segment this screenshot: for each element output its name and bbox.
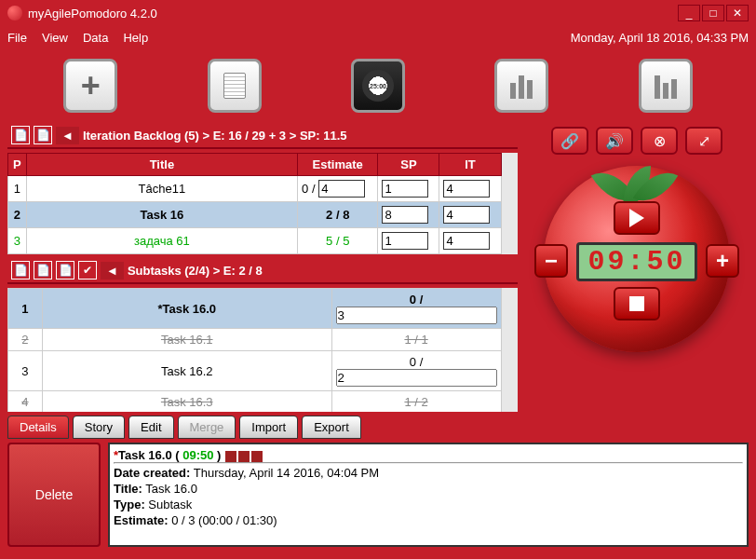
backlog-header-row: P Title Estimate SP IT <box>8 154 502 176</box>
bar-chart-icon <box>655 73 677 99</box>
list-button[interactable] <box>208 59 262 113</box>
bar-chart-icon <box>510 73 533 99</box>
timer-display: 09:50 <box>576 242 697 281</box>
subtasks-header-text: Subtasks (2/4) > E: 2 / 8 <box>128 264 263 278</box>
menu-data[interactable]: Data <box>83 31 108 45</box>
it-input[interactable] <box>443 180 490 198</box>
plus-button[interactable]: + <box>706 244 739 278</box>
timer-button[interactable] <box>351 59 405 113</box>
check-icon[interactable]: ✔ <box>78 261 97 280</box>
titlebar: myAgilePomodoro 4.2.0 _ □ ✕ <box>0 0 756 26</box>
subtasks-scrollbar[interactable] <box>502 288 518 412</box>
col-estimate[interactable]: Estimate <box>298 154 378 176</box>
timer-icon <box>362 70 394 102</box>
new-doc-icon[interactable]: 📄 <box>11 261 30 280</box>
details-title: *Task 16.0 ( 09:50 ) <box>114 448 743 462</box>
details-panel: *Task 16.0 ( 09:50 ) Date created: Thurs… <box>108 443 749 547</box>
expand-button[interactable]: ⤢ <box>685 127 722 155</box>
estimate-input[interactable] <box>336 369 497 387</box>
pomodoro-timer: − 09:50 + <box>544 166 730 352</box>
estimate-input[interactable] <box>336 307 497 324</box>
sp-input[interactable] <box>382 206 428 224</box>
minus-button[interactable]: − <box>534 244 568 278</box>
chart1-button[interactable] <box>494 59 548 113</box>
backlog-header-text: Iteration Backlog (5) > E: 16 / 29 + 3 >… <box>83 129 347 143</box>
sp-input[interactable] <box>382 180 428 198</box>
close-button[interactable]: ✕ <box>726 5 749 21</box>
backlog-row[interactable]: 2 Task 16 2 / 8 <box>8 202 502 228</box>
app-icon <box>7 6 22 20</box>
datetime-label: Monday, April 18 2016, 04:33 PM <box>571 31 749 45</box>
pomodoro-square-icon <box>225 451 236 462</box>
tab-details[interactable]: Details <box>7 416 69 439</box>
window-title: myAgilePomodoro 4.2.0 <box>28 7 157 20</box>
compass-button[interactable]: ⊗ <box>641 127 678 155</box>
detail-tabs: Details Story Edit Merge Import Export <box>0 412 756 439</box>
delete-button[interactable]: Delete <box>7 443 101 547</box>
subtasks-header: 📄 📄 📄 ✔ ◄ Subtasks (2/4) > E: 2 / 8 <box>7 258 518 284</box>
it-input[interactable] <box>443 206 490 224</box>
tab-story[interactable]: Story <box>73 416 125 439</box>
menubar: File View Data Help Monday, April 18 201… <box>0 26 756 48</box>
add-button[interactable]: + <box>63 59 117 113</box>
sound-button[interactable]: 🔊 <box>596 127 633 155</box>
play-button[interactable] <box>614 201 660 235</box>
timer-control-row: 🔗 🔊 ⊗ ⤢ <box>551 127 722 155</box>
copy-doc-icon[interactable]: 📄 <box>56 261 74 280</box>
tab-edit[interactable]: Edit <box>128 416 173 439</box>
copy-doc-icon[interactable]: 📄 <box>34 126 52 144</box>
estimate-input[interactable] <box>318 180 365 198</box>
col-it[interactable]: IT <box>439 154 501 176</box>
menu-view[interactable]: View <box>42 31 68 45</box>
document-icon <box>223 73 246 99</box>
maximize-button[interactable]: □ <box>702 5 724 21</box>
menu-file[interactable]: File <box>7 31 27 45</box>
sp-input[interactable] <box>382 232 428 250</box>
col-p[interactable]: P <box>8 154 27 176</box>
chart2-button[interactable] <box>639 59 693 113</box>
link-button[interactable]: 🔗 <box>551 127 588 155</box>
backlog-header: 📄 📄 ◄ Iteration Backlog (5) > E: 16 / 29… <box>7 123 518 149</box>
tab-merge[interactable]: Merge <box>178 416 236 439</box>
backlog-table: P Title Estimate SP IT 1 Tâche11 0 / 2 T… <box>7 153 502 254</box>
collapse-arrow-icon[interactable]: ◄ <box>56 127 79 144</box>
tomato-leaves-icon <box>590 166 683 203</box>
new-doc-icon[interactable]: 📄 <box>11 126 30 144</box>
subtask-row[interactable]: 2 Task 16.1 1 / 1 <box>8 329 502 351</box>
backlog-row[interactable]: 1 Tâche11 0 / <box>8 176 502 202</box>
copy-doc-icon[interactable]: 📄 <box>34 261 52 280</box>
backlog-scrollbar[interactable] <box>502 153 518 254</box>
collapse-arrow-icon[interactable]: ◄ <box>101 262 124 280</box>
menu-help[interactable]: Help <box>123 31 148 45</box>
col-title[interactable]: Title <box>26 154 297 176</box>
stop-button[interactable] <box>614 287 660 320</box>
subtask-row[interactable]: 4 Task 16.3 1 / 2 <box>8 391 502 413</box>
subtask-row[interactable]: 3 Task 16.2 0 / <box>8 351 502 391</box>
pomodoro-square-icon <box>238 451 250 462</box>
subtasks-table: 1 *Task 16.0 0 / 2 Task 16.1 1 / 1 3 Tas… <box>7 288 502 412</box>
subtask-row[interactable]: 1 *Task 16.0 0 / <box>8 289 502 329</box>
backlog-row[interactable]: 3 задача 61 5 / 5 <box>8 228 502 254</box>
main-toolbar: + <box>0 48 756 123</box>
pomodoro-square-icon <box>251 451 263 462</box>
plus-icon: + <box>81 66 101 105</box>
col-sp[interactable]: SP <box>378 154 439 176</box>
minimize-button[interactable]: _ <box>678 5 700 21</box>
it-input[interactable] <box>443 232 490 250</box>
tab-export[interactable]: Export <box>302 416 361 439</box>
tab-import[interactable]: Import <box>239 416 298 439</box>
